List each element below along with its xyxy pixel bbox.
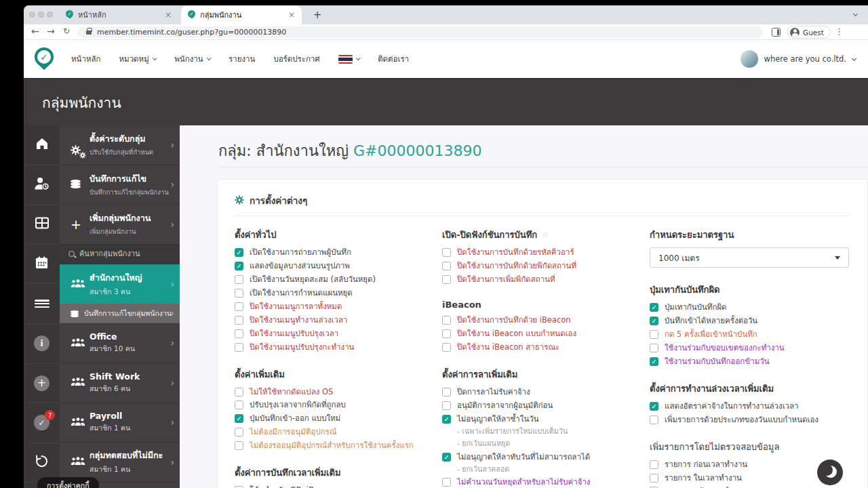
group-edit-history-item[interactable]: บันทึกการแก้ไขกลุ่มพนักงาน bbox=[60, 304, 180, 323]
checkbox-icon[interactable] bbox=[235, 289, 243, 298]
browser-tab[interactable]: หน้าหลัก× bbox=[59, 5, 178, 24]
setting-checkbox-row[interactable]: ปิดใช้งานเมนูทำงานล่วงเวลา bbox=[235, 315, 434, 325]
back-button[interactable] bbox=[31, 26, 39, 37]
checkbox-icon[interactable] bbox=[650, 303, 658, 312]
checkbox-icon[interactable] bbox=[442, 262, 451, 270]
favorite-star-icon[interactable] bbox=[541, 230, 549, 240]
new-tab-button[interactable] bbox=[311, 9, 323, 21]
setting-checkbox-row[interactable]: เปิดใช้งานการถ่ายภาพผู้บันทึก bbox=[235, 247, 434, 258]
rail-item-table[interactable] bbox=[24, 205, 60, 245]
setting-checkbox-row[interactable]: เปิดใช้งานวันหยุดสะสม (สลับวันหยุด) bbox=[235, 274, 434, 285]
checkbox-icon[interactable] bbox=[442, 415, 451, 424]
setting-checkbox-row[interactable]: ปรับปรุงเวลาจากพิกัดที่ถูกลบ bbox=[235, 400, 434, 410]
checkbox-icon[interactable] bbox=[650, 402, 658, 411]
setting-checkbox-row[interactable]: ปิดการลาไม่รับค่าจ้าง bbox=[442, 387, 642, 397]
nav-link-categories[interactable]: หมวดหมู่ bbox=[119, 53, 157, 65]
group-item[interactable]: สำนักงานใหญ่สมาชิก 3 คน bbox=[60, 264, 180, 304]
checkbox-icon[interactable] bbox=[442, 275, 451, 284]
checkbox-icon[interactable] bbox=[650, 460, 658, 469]
checkbox-icon[interactable] bbox=[442, 316, 451, 325]
window-control-close[interactable] bbox=[29, 12, 35, 18]
forward-button[interactable] bbox=[47, 26, 55, 37]
timemint-logo-icon[interactable] bbox=[33, 47, 55, 70]
setting-checkbox-row[interactable]: ใช้งานร่วมกับขอบเขตของกะทำงาน bbox=[650, 343, 849, 353]
setting-checkbox-row[interactable]: ปิดใช้งานการบันทึกด้วย iBeacon bbox=[442, 315, 642, 325]
checkbox-icon[interactable] bbox=[650, 344, 658, 352]
checkbox-icon[interactable] bbox=[442, 343, 451, 352]
checkbox-icon[interactable] bbox=[650, 474, 658, 483]
setting-checkbox-row[interactable]: เปิดใช้งานการกำหนดแผนหยุด bbox=[235, 288, 434, 298]
checkbox-icon[interactable] bbox=[235, 329, 243, 338]
checkbox-icon[interactable] bbox=[442, 453, 451, 462]
setting-checkbox-row[interactable]: กด 5 ครั้งเพื่อเข้าหน้าบันทึก bbox=[650, 329, 849, 340]
distance-select[interactable]: 1000 เมตร bbox=[650, 247, 849, 268]
tab-close-icon[interactable]: × bbox=[288, 11, 295, 19]
checkbox-icon[interactable] bbox=[650, 317, 658, 325]
checkbox-icon[interactable] bbox=[235, 262, 243, 270]
checkbox-icon[interactable] bbox=[235, 428, 243, 436]
rail-item-info[interactable] bbox=[24, 324, 60, 364]
search-input[interactable] bbox=[79, 249, 167, 258]
setting-checkbox-row[interactable]: แสดงอัตราค่าจ้างในการทำงานล่วงเวลา bbox=[650, 401, 849, 411]
checkbox-icon[interactable] bbox=[235, 275, 243, 284]
checkbox-icon[interactable] bbox=[650, 415, 658, 424]
checkbox-icon[interactable] bbox=[235, 302, 243, 311]
checkbox-icon[interactable] bbox=[235, 388, 243, 396]
cookie-settings-button[interactable]: การตั้งค่าคุกกี้ bbox=[37, 477, 99, 488]
browser-tab[interactable]: กลุ่มพนักงาน× bbox=[181, 5, 302, 24]
setting-checkbox-row[interactable]: อนุมัติการลาจากผู้อนุมัติก่อน bbox=[442, 401, 642, 411]
setting-checkbox-row[interactable]: ปิดใช้งานเมนูปรับปรุงกะทำงาน bbox=[235, 342, 434, 352]
setting-checkbox-row[interactable]: ปิดใช้งานเมนูปรับปรุงเวลา bbox=[235, 329, 434, 339]
group-item[interactable]: กลุ่มทดสอบที่ไม่มีกะสมาชิก 1 คน bbox=[60, 443, 180, 483]
setting-checkbox-row[interactable]: ปุ่มบันทึกเข้า-ออก แบบใหม่ bbox=[235, 413, 434, 424]
group-item[interactable]: Officeสมาชิก 10 คน bbox=[60, 323, 180, 363]
account-menu[interactable]: where are you co.ltd. bbox=[741, 40, 856, 78]
setting-checkbox-row[interactable]: ไม่อนุญาตให้ลาซ้ำในวัน bbox=[442, 414, 642, 424]
setting-checkbox-row[interactable]: ไม่อนุญาตให้ลาทับวันที่ไม่สามารถลาได้ bbox=[442, 452, 642, 462]
setting-checkbox-row[interactable]: ปิดใช้งาน iBeacon สาธารณะ bbox=[442, 342, 642, 352]
rail-item-add[interactable] bbox=[24, 364, 60, 404]
browser-menu-icon[interactable] bbox=[835, 26, 844, 37]
profile-button[interactable]: Guest bbox=[787, 26, 831, 39]
setting-checkbox-row[interactable]: ไม่ต้องมีการอนุมัติอุปกรณ์ bbox=[235, 427, 434, 437]
rail-item-home[interactable] bbox=[24, 125, 60, 165]
nav-link-home[interactable]: หน้าหลัก bbox=[71, 53, 101, 65]
checkbox-icon[interactable] bbox=[235, 248, 243, 257]
tab-close-icon[interactable]: × bbox=[165, 11, 172, 19]
dark-mode-toggle[interactable] bbox=[817, 460, 843, 485]
checkbox-icon[interactable] bbox=[235, 343, 243, 352]
reload-button[interactable] bbox=[63, 26, 70, 36]
checkbox-icon[interactable] bbox=[442, 329, 451, 338]
nav-link-language[interactable] bbox=[338, 55, 360, 64]
checkbox-icon[interactable] bbox=[442, 478, 451, 487]
rail-item-menu[interactable] bbox=[24, 284, 60, 324]
checkbox-icon[interactable] bbox=[650, 357, 658, 366]
setting-checkbox-row[interactable]: ปิดใช้งานการบันทึกด้วยพิกัดสถานที่ bbox=[442, 261, 642, 271]
checkbox-icon[interactable] bbox=[235, 316, 243, 325]
address-bar[interactable]: member.timemint.co/guser.php?gu=00000013… bbox=[78, 26, 763, 38]
setting-checkbox-row[interactable]: โน้ตสำหรับ QR, iBeacon bbox=[235, 485, 434, 488]
group-item[interactable]: Shift Workสมาชิก 6 คน bbox=[60, 363, 180, 403]
setting-checkbox-row[interactable]: ปิดใช้งานการเพิ่มพิกัดสถานที่ bbox=[442, 274, 642, 285]
nav-link-employees[interactable]: พนักงาน bbox=[174, 53, 210, 65]
setting-checkbox-row[interactable]: บันทึกเข้าได้หลายครั้งต่อวัน bbox=[650, 316, 849, 326]
checkbox-icon[interactable] bbox=[442, 401, 451, 410]
checkbox-icon[interactable] bbox=[650, 330, 658, 339]
window-control-zoom[interactable] bbox=[47, 12, 53, 18]
checkbox-icon[interactable] bbox=[235, 414, 243, 423]
checkbox-icon[interactable] bbox=[235, 401, 243, 409]
rail-item-approvals[interactable]: 7 bbox=[24, 403, 60, 443]
setting-checkbox-row[interactable]: ใช้งานร่วมกับบันทึกออกข้ามวัน bbox=[650, 357, 849, 367]
sidebar-action-edit-history[interactable]: บันทึกการแก้ไขบันทึกการแก้ไขกลุ่มพนักงาน bbox=[60, 165, 180, 205]
chevron-down-icon[interactable] bbox=[853, 12, 858, 16]
sidebar-action-group-level-settings[interactable]: ตั้งค่าระดับกลุ่มปรับใช้กับกลุ่มที่กำหนด bbox=[60, 125, 180, 165]
sidebar-action-add-employee-group[interactable]: เพิ่มกลุ่มพนักงานเพิ่มกลุ่มพนักงาน bbox=[60, 205, 180, 245]
setting-checkbox-row[interactable]: ปิดใช้งานการบันทึกด้วยรหัสคิวอาร์ bbox=[442, 247, 642, 258]
checkbox-icon[interactable] bbox=[442, 248, 451, 257]
window-control-minimize[interactable] bbox=[38, 12, 44, 18]
setting-checkbox-row[interactable]: ปุ่มเทากันบันทึกผิด bbox=[650, 302, 849, 312]
setting-checkbox-row[interactable]: แสดงข้อมูลบางส่วนบนรูปภาพ bbox=[235, 261, 434, 271]
checkbox-icon[interactable] bbox=[442, 388, 451, 396]
rail-item-calendar[interactable] bbox=[24, 245, 60, 285]
group-search[interactable] bbox=[60, 245, 180, 264]
